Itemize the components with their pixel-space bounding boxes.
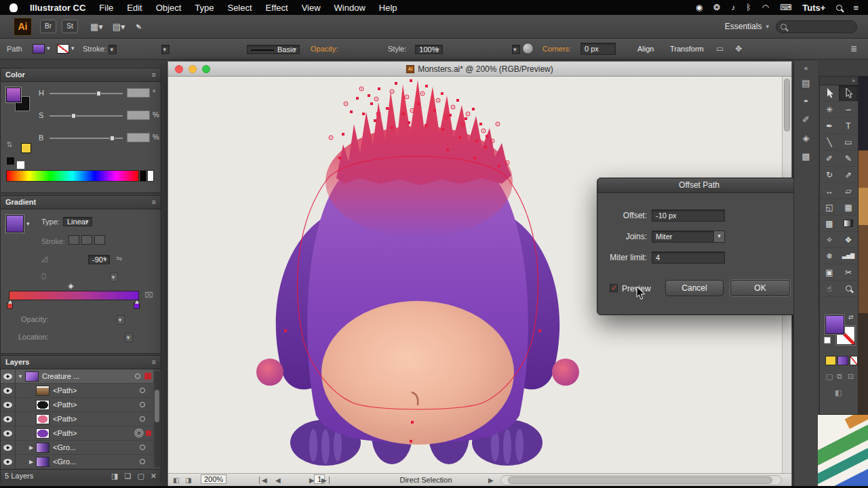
symbol-sprayer-tool[interactable]: ✵ xyxy=(820,248,839,264)
paintbrush-tool[interactable]: ✐ xyxy=(820,150,839,167)
gradient-slider-bar[interactable] xyxy=(9,291,139,300)
layers-panel-menu-icon[interactable]: ≡ xyxy=(152,358,156,366)
visibility-cell[interactable] xyxy=(1,441,16,455)
saturation-slider[interactable] xyxy=(50,115,123,117)
tools-panel-header[interactable]: » xyxy=(820,77,858,85)
color-panel-header[interactable]: Color≡ xyxy=(1,68,161,82)
menu-file[interactable]: File xyxy=(99,3,113,13)
selection-color-square[interactable] xyxy=(146,430,151,436)
column-graph-tool[interactable]: ▃▅▇ xyxy=(839,248,858,264)
draw-behind-icon[interactable]: ⧉ xyxy=(837,372,842,381)
libraries-panel-icon[interactable]: ▤ xyxy=(797,76,815,91)
layer-row-path-4-selected[interactable]: <Path> xyxy=(1,426,153,441)
notification-center-icon[interactable]: ≡ xyxy=(853,3,859,13)
style-label[interactable]: Style: xyxy=(388,45,407,53)
previous-color-swatch[interactable] xyxy=(21,143,31,153)
artboard-nav-next-icon[interactable]: ◨ xyxy=(185,476,191,484)
brightness-slider[interactable] xyxy=(50,138,123,139)
disclosure-right-icon[interactable]: ▶ xyxy=(26,459,36,465)
color-panel-menu-icon[interactable]: ≡ xyxy=(152,70,156,79)
pencil-tool[interactable]: ✎ xyxy=(839,150,858,167)
swap-colors-icon[interactable]: ⇅ xyxy=(6,140,12,149)
gradient-type-dropdown[interactable]: Linear xyxy=(63,217,92,226)
gradient-opacity-field[interactable] xyxy=(117,315,125,325)
select-similar-icon[interactable]: ✥ xyxy=(735,44,742,54)
layer-name[interactable]: Creature ... xyxy=(42,372,79,380)
workspace-switcher[interactable]: Essentials xyxy=(725,22,762,31)
brushes-panel-icon[interactable]: ✐ xyxy=(797,113,815,127)
target-circle-targeted-icon[interactable] xyxy=(136,430,142,436)
layer-name[interactable]: <Path> xyxy=(53,386,77,394)
corners-link[interactable]: Corners: xyxy=(542,45,571,53)
corners-field[interactable]: 0 px xyxy=(580,43,616,55)
gradient-stop-right[interactable] xyxy=(134,303,140,309)
screen-layout-icon[interactable]: ▤▾ xyxy=(113,22,125,32)
spotlight-search-icon[interactable] xyxy=(836,5,842,11)
disclosure-right-icon[interactable]: ▶ xyxy=(26,445,36,451)
recolor-artwork-icon[interactable] xyxy=(522,43,534,54)
preview-checkbox[interactable] xyxy=(610,284,618,292)
menu-object[interactable]: Object xyxy=(156,3,182,13)
layers-scrollbar-thumb[interactable] xyxy=(155,390,159,422)
first-artboard-icon[interactable]: ◀ xyxy=(259,476,267,484)
magic-wand-tool[interactable]: ✳ xyxy=(820,102,839,118)
stroke-color-swatch[interactable] xyxy=(57,44,69,54)
layer-row-creature[interactable]: ▼ Creature ... xyxy=(1,369,153,384)
disclosure-down-icon[interactable]: ▼ xyxy=(16,373,25,380)
stock-button[interactable]: St xyxy=(62,20,78,33)
minimize-window-button[interactable] xyxy=(189,65,197,73)
joins-dropdown[interactable]: Miter xyxy=(652,230,725,243)
mesh-tool[interactable]: ▩ xyxy=(820,216,839,232)
record-icon[interactable]: ◉ xyxy=(696,3,703,12)
arrange-documents-icon[interactable]: ▦▾ xyxy=(90,22,103,32)
delete-layer-icon[interactable]: ✕ xyxy=(151,472,157,481)
layer-row-path-3[interactable]: <Path> xyxy=(1,412,153,426)
opacity-field[interactable]: 100% xyxy=(415,45,442,54)
vertical-scrollbar-thum b[interactable] xyxy=(784,79,790,131)
spectrum-white-swatch[interactable] xyxy=(147,170,154,182)
miter-limit-input[interactable]: 4 xyxy=(652,251,725,264)
layer-row-group-2[interactable]: ▶ <Gro... xyxy=(1,455,153,469)
free-transform-tool[interactable]: ▱ xyxy=(839,183,858,199)
menubar-app-name[interactable]: Illustrator CC xyxy=(30,3,85,13)
opacity-link[interactable]: Opacity: xyxy=(311,45,338,53)
gradient-panel-menu-icon[interactable]: ≡ xyxy=(152,198,156,206)
gradient-stop-left[interactable] xyxy=(7,303,13,309)
target-circle-icon[interactable] xyxy=(140,416,145,422)
gradient-reverse-icon[interactable]: ⇋ xyxy=(116,254,122,263)
menu-type[interactable]: Type xyxy=(195,3,214,13)
menu-view[interactable]: View xyxy=(302,3,321,13)
layers-scrollbar[interactable] xyxy=(154,371,160,468)
selection-color-square[interactable] xyxy=(144,373,151,380)
zoom-tool[interactable] xyxy=(839,281,858,297)
bridge-button[interactable]: Br xyxy=(40,20,56,33)
color-themes-panel-icon[interactable]: ◓ xyxy=(797,94,815,109)
rectangle-tool[interactable]: ▭ xyxy=(839,134,858,150)
shape-builder-tool[interactable]: ◱ xyxy=(820,199,839,216)
fill-proxy-large[interactable] xyxy=(825,315,844,334)
volume-icon[interactable]: ♪ xyxy=(731,3,735,12)
gradient-aspect-field[interactable] xyxy=(110,272,118,282)
pen-tool[interactable]: ✒ xyxy=(820,118,839,134)
stroke-gradient-along-icon[interactable] xyxy=(81,235,92,245)
stroke-dropdown-icon[interactable]: ▾ xyxy=(71,45,75,52)
graphic-styles-panel-icon[interactable]: ▩ xyxy=(797,149,815,164)
stroke-gradient-within-icon[interactable] xyxy=(68,235,79,245)
layer-name[interactable]: <Path> xyxy=(53,429,77,437)
close-window-button[interactable] xyxy=(175,65,183,73)
brightness-value-field[interactable] xyxy=(127,133,150,142)
white-swatch[interactable] xyxy=(16,161,25,169)
hand-tool[interactable]: ☝ xyxy=(820,281,839,297)
perspective-grid-tool[interactable]: ▦ xyxy=(839,199,858,216)
new-sublayer-icon[interactable]: ❏ xyxy=(125,472,132,481)
layer-row-group-1[interactable]: ▶ <Gro... xyxy=(1,441,153,455)
layer-row-path-1[interactable]: <Path> xyxy=(1,384,153,398)
ok-button[interactable]: OK xyxy=(730,280,790,296)
gradient-angle-field[interactable]: -90° xyxy=(88,255,110,264)
fill-dropdown-icon[interactable]: ▾ xyxy=(47,45,50,52)
document-title-bar[interactable]: Ai Monsters.ai* @ 200% (RGB/Preview) xyxy=(168,62,791,77)
gradient-tool[interactable] xyxy=(839,216,858,232)
previous-artboard-icon[interactable]: ◀ xyxy=(275,476,281,484)
offset-input[interactable]: -10 px xyxy=(652,209,725,222)
horizontal-scrollbar-thumb[interactable] xyxy=(508,476,772,484)
